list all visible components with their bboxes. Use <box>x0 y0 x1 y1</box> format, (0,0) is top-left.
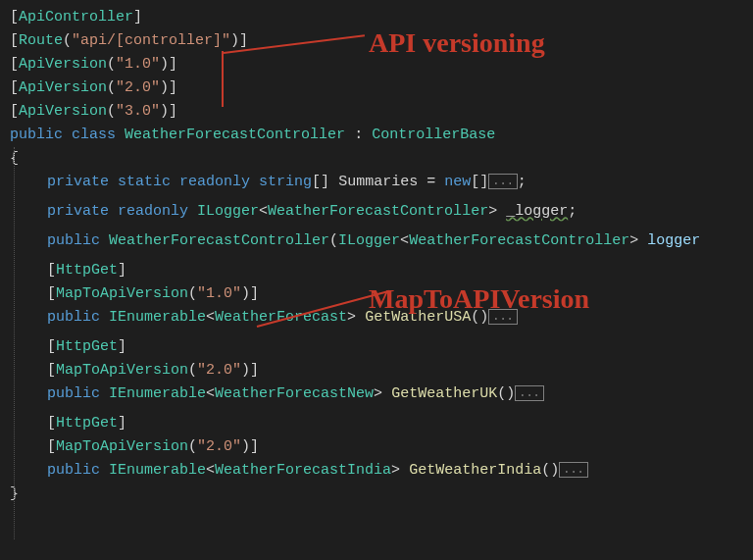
code-line: [MapToApiVersion("2.0")] <box>10 435 743 459</box>
collapsed-region[interactable]: ... <box>488 174 518 189</box>
collapsed-region[interactable]: ... <box>515 385 544 401</box>
code-line: { <box>10 147 743 171</box>
code-line: } <box>10 483 743 506</box>
collapsed-region[interactable]: ... <box>488 309 518 325</box>
code-line: public IEnumerable<WeatherForecast> GetW… <box>10 306 743 330</box>
code-line: [HttpGet] <box>10 335 743 359</box>
collapsed-region[interactable]: ... <box>559 462 588 478</box>
code-line: public IEnumerable<WeatherForecastIndia>… <box>10 459 743 483</box>
code-line: private static readonly string[] Summari… <box>10 171 743 194</box>
code-line: [HttpGet] <box>10 412 743 435</box>
code-line: [MapToApiVersion("1.0")] <box>10 282 743 306</box>
code-line: public class WeatherForecastController :… <box>10 124 743 147</box>
code-line: public IEnumerable<WeatherForecastNew> G… <box>10 382 743 406</box>
code-line: private readonly ILogger<WeatherForecast… <box>10 200 743 224</box>
code-line: [ApiVersion("3.0")] <box>10 100 743 124</box>
code-line: [MapToApiVersion("2.0")] <box>10 359 743 382</box>
code-line: [ApiController] <box>10 6 743 29</box>
code-line: [ApiVersion("1.0")] <box>10 53 743 76</box>
code-line: [ApiVersion("2.0")] <box>10 76 743 100</box>
code-line: [HttpGet] <box>10 259 743 282</box>
code-line: public WeatherForecastController(ILogger… <box>10 229 743 253</box>
code-line: [Route("api/[controller]")] <box>10 29 743 53</box>
